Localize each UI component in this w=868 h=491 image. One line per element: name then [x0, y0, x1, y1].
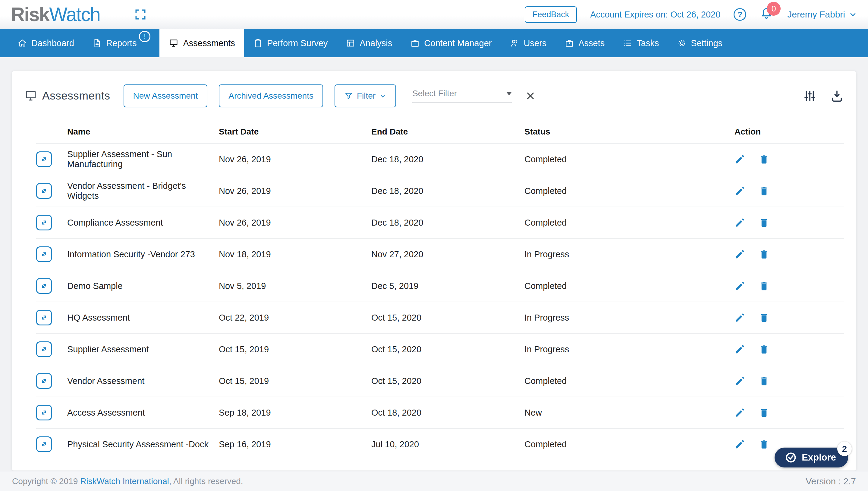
filter-button[interactable]: Filter [335, 84, 396, 107]
expand-arrows-icon [40, 219, 48, 227]
table-row: Compliance Assessment Nov 26, 2019 Dec 1… [36, 207, 844, 238]
end-date: Oct 18, 2020 [371, 408, 524, 418]
logo-text-watch: Watch [49, 4, 100, 25]
expand-row-button[interactable] [36, 310, 52, 325]
start-date: Oct 15, 2019 [219, 376, 371, 386]
edit-button[interactable] [735, 407, 745, 418]
user-menu[interactable]: Jeremy Fabbri [787, 9, 857, 20]
report-icon [92, 38, 102, 48]
expand-arrows-icon [40, 440, 48, 449]
start-date: Oct 15, 2019 [219, 344, 371, 354]
select-filter-dropdown[interactable]: Select Filter [412, 89, 512, 103]
nav-item-label: Analysis [360, 38, 392, 48]
version-text: Version : 2.7 [806, 476, 856, 487]
expand-arrows-icon [40, 187, 48, 195]
top-header: RiskWatch FeedBack Account Expires on: O… [0, 0, 868, 29]
fullscreen-icon[interactable] [133, 7, 148, 22]
pencil-icon [735, 439, 745, 450]
archived-assessments-button[interactable]: Archived Assessments [219, 84, 323, 107]
nav-item-tasks[interactable]: Tasks [614, 29, 668, 57]
start-date: Sep 16, 2019 [219, 439, 371, 450]
table-row: Supplier Assessment - Sun Manufacturing … [36, 144, 844, 175]
end-date: Oct 15, 2020 [371, 376, 524, 386]
nav-item-users[interactable]: Users [501, 29, 555, 57]
download-icon[interactable] [830, 89, 844, 103]
expand-row-button[interactable] [36, 405, 52, 421]
edit-button[interactable] [735, 344, 745, 355]
trash-icon [758, 281, 770, 291]
expand-row-button[interactable] [36, 183, 52, 199]
delete-button[interactable] [758, 185, 770, 196]
start-date: Nov 26, 2019 [219, 154, 371, 164]
edit-button[interactable] [735, 439, 745, 450]
feedback-button[interactable]: FeedBack [525, 6, 577, 23]
delete-button[interactable] [758, 249, 770, 260]
table-row: Supplier Assessment Oct 15, 2019 Oct 15,… [36, 334, 844, 365]
edit-button[interactable] [735, 154, 745, 165]
expand-row-button[interactable] [36, 373, 52, 389]
delete-button[interactable] [758, 407, 770, 418]
nav-item-content-manager[interactable]: Content Manager [401, 29, 501, 57]
expand-row-button[interactable] [36, 247, 52, 262]
delete-button[interactable] [758, 375, 770, 386]
edit-button[interactable] [735, 185, 745, 196]
gear-icon [677, 38, 687, 48]
notification-badge: 0 [767, 2, 781, 16]
expand-row-button[interactable] [36, 341, 52, 357]
table-row: Information Security -Vendor 273 Nov 18,… [36, 238, 844, 270]
delete-button[interactable] [758, 217, 770, 228]
trash-icon [758, 249, 770, 260]
new-assessment-button[interactable]: New Assessment [124, 84, 208, 107]
start-date: Nov 26, 2019 [219, 186, 371, 196]
expand-row-button[interactable] [36, 151, 52, 167]
nav-item-reports[interactable]: Reports ! [83, 29, 160, 57]
end-date: Dec 18, 2020 [371, 218, 524, 228]
edit-button[interactable] [735, 249, 745, 260]
edit-button[interactable] [735, 281, 745, 291]
edit-button[interactable] [735, 312, 745, 323]
table-tools [803, 89, 844, 103]
nav-item-label: Dashboard [31, 38, 74, 48]
pencil-icon [735, 281, 745, 291]
edit-button[interactable] [735, 217, 745, 228]
monitor-icon [168, 38, 179, 48]
edit-button[interactable] [735, 375, 745, 386]
nav-item-perform-survey[interactable]: Perform Survey [244, 29, 337, 57]
end-date: Oct 15, 2020 [371, 313, 524, 323]
status-text: Completed [524, 186, 735, 196]
explore-button[interactable]: Explore 2 [775, 447, 848, 467]
delete-button[interactable] [758, 439, 770, 450]
clear-filter-icon[interactable] [524, 89, 537, 103]
notifications-button[interactable]: 0 [760, 7, 774, 22]
expand-row-button[interactable] [36, 436, 52, 452]
nav-item-dashboard[interactable]: Dashboard [8, 29, 83, 57]
expand-arrows-icon [40, 155, 48, 164]
table-row: Vendor Assessment - Bridget's Widgets No… [36, 175, 844, 207]
chevron-down-icon [849, 10, 857, 19]
expand-row-button[interactable] [36, 215, 52, 230]
copyright-suffix: , All rights reserved. [169, 476, 243, 486]
column-header-action: Action [735, 127, 844, 137]
expand-arrows-icon [40, 377, 48, 385]
trash-icon [758, 185, 770, 196]
assessments-card: Assessments New Assessment Archived Asse… [12, 71, 856, 470]
task-list-icon [623, 38, 632, 48]
delete-button[interactable] [758, 154, 770, 165]
column-settings-icon[interactable] [803, 89, 817, 103]
home-icon [18, 38, 27, 48]
delete-button[interactable] [758, 281, 770, 291]
nav-item-assets[interactable]: Assets [555, 29, 614, 57]
delete-button[interactable] [758, 344, 770, 355]
table-row: Access Assessment Sep 18, 2019 Oct 18, 2… [36, 397, 844, 429]
nav-item-assessments[interactable]: Assessments [159, 29, 244, 57]
status-text: Completed [524, 218, 735, 228]
help-icon[interactable]: ? [734, 8, 746, 21]
expand-row-button[interactable] [36, 278, 52, 294]
analysis-icon [346, 38, 355, 48]
nav-item-settings[interactable]: Settings [668, 29, 732, 57]
status-text: Completed [524, 154, 735, 164]
delete-button[interactable] [758, 312, 770, 323]
end-date: Dec 5, 2019 [371, 281, 524, 291]
company-link[interactable]: RiskWatch International [80, 476, 169, 486]
nav-item-analysis[interactable]: Analysis [337, 29, 401, 57]
